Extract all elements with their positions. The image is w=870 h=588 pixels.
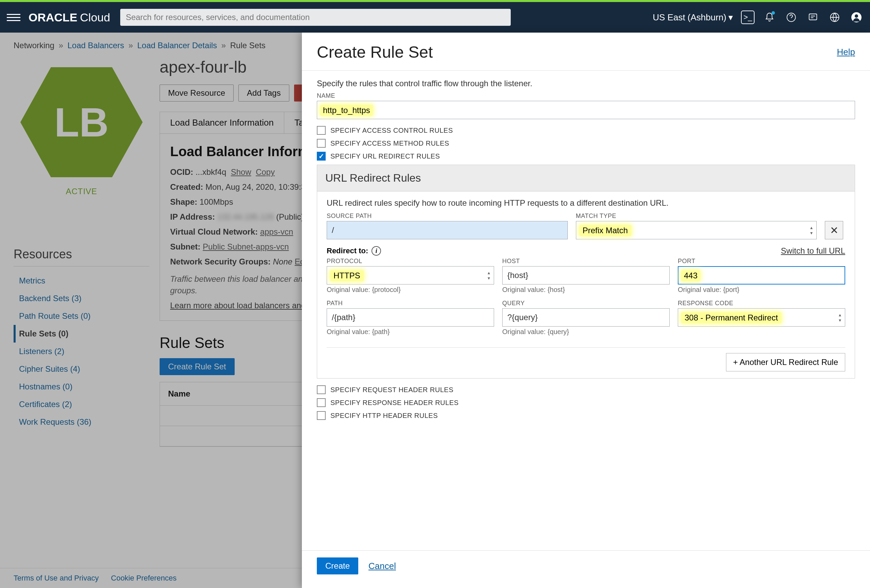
query-input[interactable] (502, 308, 670, 327)
check-http-header[interactable] (317, 411, 326, 420)
check-response-header[interactable] (317, 398, 326, 407)
query-label: QUERY (502, 300, 670, 307)
port-hint: Original value: {port} (678, 286, 845, 294)
svg-point-4 (855, 14, 858, 18)
menu-icon[interactable] (7, 10, 20, 24)
region-dropdown[interactable]: US East (Ashburn) ▾ (652, 12, 733, 23)
bell-icon[interactable] (763, 10, 776, 24)
path-input[interactable] (327, 308, 494, 327)
svg-rect-1 (809, 14, 817, 20)
name-label: NAME (317, 92, 855, 100)
host-hint: Original value: {host} (502, 286, 670, 294)
check-url-redirect-label: SPECIFY URL REDIRECT RULES (331, 152, 440, 160)
source-path-label: SOURCE PATH (327, 213, 568, 220)
check-response-header-label: SPECIFY RESPONSE HEADER RULES (331, 399, 459, 407)
close-icon: ✕ (830, 225, 839, 236)
check-request-header-label: SPECIFY REQUEST HEADER RULES (331, 386, 453, 394)
url-redirect-subpanel: URL Redirect Rules URL redirect rules sp… (317, 165, 855, 378)
subpanel-desc: URL redirect rules specify how to route … (327, 198, 845, 208)
check-access-method[interactable] (317, 139, 326, 148)
help-link[interactable]: Help (837, 47, 855, 57)
match-type-select[interactable] (576, 221, 817, 239)
chevron-down-icon: ▾ (728, 12, 733, 23)
add-another-rule-button[interactable]: + Another URL Redirect Rule (726, 353, 845, 371)
help-icon[interactable] (784, 10, 798, 24)
brand-logo[interactable]: ORACLECloud (28, 11, 110, 24)
cancel-link[interactable]: Cancel (368, 561, 396, 572)
redirect-to-label: Redirect to: (327, 247, 368, 255)
globe-icon[interactable] (828, 10, 842, 24)
check-request-header[interactable] (317, 385, 326, 394)
panel-title: Create Rule Set (317, 43, 433, 61)
protocol-hint: Original value: {protocol} (327, 286, 494, 294)
info-icon[interactable]: i (371, 246, 381, 256)
subpanel-heading: URL Redirect Rules (317, 165, 855, 192)
check-access-control-label: SPECIFY ACCESS CONTROL RULES (331, 127, 453, 134)
port-label: PORT (678, 258, 845, 265)
source-path-input[interactable] (327, 221, 568, 239)
panel-intro: Specify the rules that control traffic f… (317, 79, 855, 88)
check-http-header-label: SPECIFY HTTP HEADER RULES (331, 412, 438, 420)
protocol-select[interactable] (327, 266, 494, 284)
match-type-label: MATCH TYPE (576, 213, 817, 220)
path-hint: Original value: {path} (327, 328, 494, 336)
protocol-label: PROTOCOL (327, 258, 494, 265)
search-input[interactable] (120, 9, 511, 26)
top-header: ORACLECloud US East (Ashburn) ▾ >_ (0, 2, 870, 33)
user-icon[interactable] (850, 10, 863, 24)
check-access-control[interactable] (317, 126, 326, 135)
response-code-select[interactable] (678, 308, 845, 327)
check-url-redirect[interactable] (317, 152, 326, 161)
port-input[interactable] (678, 266, 845, 284)
query-hint: Original value: {query} (502, 328, 670, 336)
path-label: PATH (327, 300, 494, 307)
cloudshell-icon[interactable]: >_ (741, 10, 755, 24)
chat-icon[interactable] (806, 10, 820, 24)
switch-full-url[interactable]: Switch to full URL (781, 246, 845, 256)
host-input[interactable] (502, 266, 670, 284)
name-input[interactable] (317, 101, 855, 119)
create-button[interactable]: Create (317, 557, 358, 575)
host-label: HOST (502, 258, 670, 265)
remove-rule-button[interactable]: ✕ (825, 221, 843, 239)
create-rule-set-panel: Create Rule Set Help Specify the rules t… (302, 33, 870, 588)
response-code-label: RESPONSE CODE (678, 300, 845, 307)
check-access-method-label: SPECIFY ACCESS METHOD RULES (331, 140, 449, 147)
